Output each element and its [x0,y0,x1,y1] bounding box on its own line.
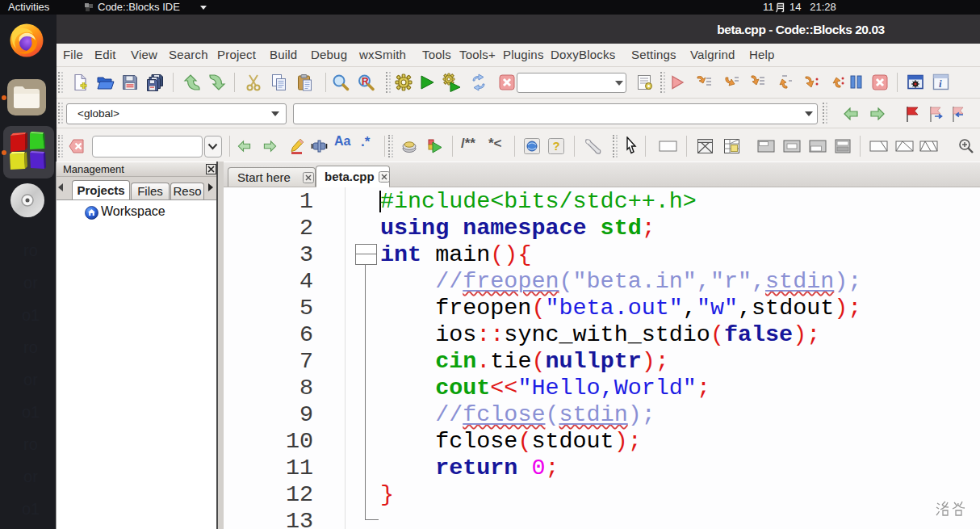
svg-text:i: i [939,78,942,90]
svg-text:?: ? [553,139,560,153]
